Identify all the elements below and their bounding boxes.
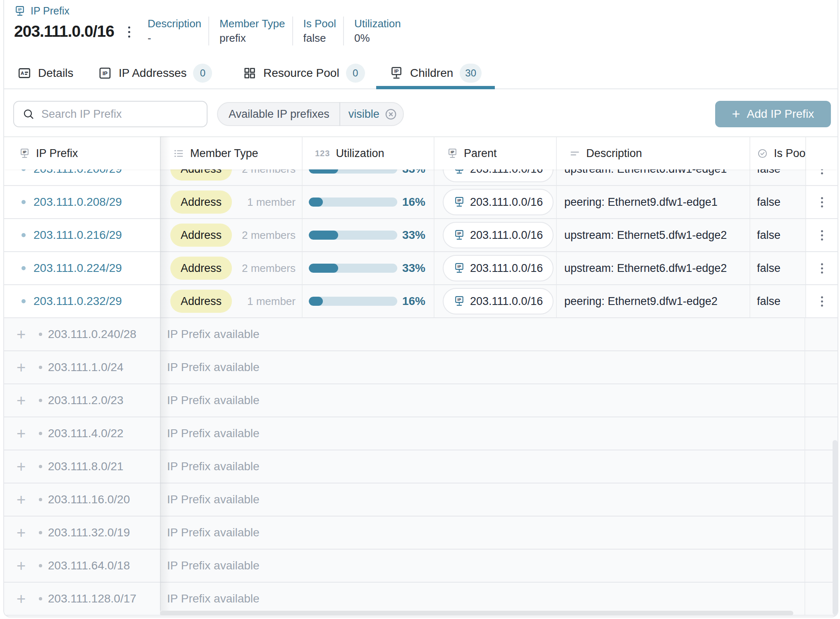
table-row: 203.111.0.216/29Address2 members33%IP203… — [4, 219, 838, 252]
ip-prefix-icon: IP — [389, 66, 403, 80]
expand-plus-icon[interactable]: + — [14, 326, 28, 342]
row-actions-button[interactable] — [805, 252, 838, 284]
tab-children[interactable]: IPChildren30 — [376, 60, 495, 89]
cell-parent: IP203.111.0.0/16 — [434, 186, 556, 218]
row-actions-button[interactable] — [805, 186, 838, 218]
ip-prefix-link[interactable]: 203.111.0.224/29 — [33, 262, 122, 275]
utilization-bar-fill — [309, 264, 338, 273]
available-label: IP Prefix available — [160, 483, 804, 516]
breadcrumb[interactable]: IP IP Prefix — [14, 5, 69, 17]
ip-address-icon: IP — [98, 66, 112, 80]
cell-ip-prefix: +203.111.1.0/24 — [4, 351, 160, 383]
cell-ip-prefix: +203.111.64.0/18 — [4, 550, 160, 582]
cell-actions-empty — [804, 351, 838, 383]
horizontal-scrollbar[interactable] — [160, 611, 793, 616]
parent-pill[interactable]: IP203.111.0.0/16 — [443, 255, 554, 281]
table-row: 203.111.0.224/29Address2 members33%IP203… — [4, 252, 838, 285]
tab-resource-pool[interactable]: Resource Pool0 — [229, 60, 378, 86]
column-header-member-type[interactable]: Member Type — [160, 137, 302, 169]
parent-prefix: 203.111.0.0/16 — [470, 229, 543, 242]
column-header-utilization[interactable]: 123Utilization — [302, 137, 434, 169]
available-prefix: 203.111.2.0/23 — [48, 394, 124, 407]
available-label: IP Prefix available — [160, 384, 804, 417]
cell-utilization: 33% — [302, 219, 434, 251]
member-type-badge: Address — [170, 257, 232, 280]
status-dot — [39, 531, 42, 534]
ip-prefix-icon: IP — [453, 196, 465, 208]
utilization-bar-fill — [309, 297, 323, 306]
parent-prefix: 203.111.0.0/16 — [470, 295, 543, 308]
svg-text:IP: IP — [458, 298, 461, 302]
available-row: +203.111.4.0/22IP Prefix available — [4, 417, 838, 450]
status-dot — [39, 432, 42, 435]
resource-pool-icon — [243, 66, 257, 80]
available-row: +203.111.0.240/28IP Prefix available — [4, 318, 838, 351]
svg-text:IP: IP — [458, 264, 461, 269]
available-prefix: 203.111.16.0/20 — [48, 493, 130, 506]
header-field-is-pool: Is Poolfalse — [292, 17, 344, 45]
cell-member-type: Address1 member — [160, 186, 302, 218]
field-label: Member Type — [220, 17, 285, 31]
field-value: 0% — [354, 31, 401, 45]
cell-description: peering: Ethernet9.dfw1-edge2 — [556, 285, 749, 317]
utilization-bar — [309, 264, 397, 273]
cell-description: upstream: Ethernet6.dfw1-edge2 — [556, 252, 749, 284]
row-actions-button[interactable] — [805, 219, 838, 251]
ip-prefix-link[interactable]: 203.111.0.216/29 — [33, 229, 122, 242]
kebab-menu-icon — [821, 230, 823, 240]
main-panel: IP IP Prefix 203.111.0.0/16 Description-… — [3, 0, 838, 617]
add-ip-prefix-button[interactable]: + Add IP Prefix — [715, 101, 831, 127]
tab-count-badge: 0 — [346, 64, 365, 83]
tab-details[interactable]: ADetails — [4, 60, 87, 86]
available-label: IP Prefix available — [160, 318, 804, 350]
parent-pill[interactable]: IP203.111.0.0/16 — [443, 288, 554, 314]
expand-plus-icon[interactable]: + — [14, 492, 28, 507]
expand-plus-icon[interactable]: + — [14, 359, 28, 375]
filter-remove-icon[interactable] — [384, 108, 397, 121]
row-actions-button[interactable] — [805, 285, 838, 317]
parent-prefix: 203.111.0.0/16 — [470, 196, 543, 209]
filter-chip[interactable]: Available IP prefixes visible — [217, 102, 404, 126]
utilization-bar — [309, 198, 397, 207]
breadcrumb-label: IP Prefix — [31, 5, 69, 17]
member-type-badge: Address — [170, 190, 232, 214]
page-title: 203.111.0.0/16 — [14, 22, 114, 40]
available-row: +203.111.32.0/19IP Prefix available — [4, 517, 838, 550]
ip-prefix-icon: IP — [453, 262, 465, 274]
status-dot — [39, 564, 42, 567]
column-header-ip-prefix[interactable]: IPIP Prefix — [4, 137, 160, 169]
tab-ip-addresses[interactable]: IPIP Addresses0 — [85, 60, 225, 86]
parent-pill[interactable]: IP203.111.0.0/16 — [443, 222, 554, 248]
expand-plus-icon[interactable]: + — [14, 558, 28, 574]
available-row: +203.111.8.0/21IP Prefix available — [4, 450, 838, 483]
column-header-description[interactable]: Description — [556, 137, 749, 169]
kebab-menu-icon — [821, 296, 823, 307]
text-lines-icon — [569, 148, 580, 159]
cell-is-pool: false — [749, 219, 805, 251]
expand-plus-icon[interactable]: + — [14, 591, 28, 607]
cell-ip-prefix: 203.111.0.216/29 — [4, 219, 160, 251]
parent-pill[interactable]: IP203.111.0.0/16 — [443, 189, 554, 215]
ip-prefix-link[interactable]: 203.111.0.208/29 — [33, 195, 122, 209]
expand-plus-icon[interactable]: + — [14, 393, 28, 408]
ip-prefix-link[interactable]: 203.111.0.232/29 — [33, 295, 122, 308]
header-field-utilization: Utilization0% — [343, 17, 408, 45]
plus-icon: + — [732, 107, 740, 121]
expand-plus-icon[interactable]: + — [14, 525, 28, 540]
svg-text:IP: IP — [18, 7, 22, 12]
search-input[interactable] — [41, 108, 198, 121]
cell-is-pool: false — [749, 285, 805, 317]
title-menu-button[interactable] — [128, 26, 130, 38]
available-prefix: 203.111.1.0/24 — [48, 361, 124, 374]
status-dot — [39, 465, 42, 468]
member-type-badge: Address — [170, 224, 232, 247]
cell-ip-prefix: +203.111.32.0/19 — [4, 517, 160, 549]
available-prefix: 203.111.32.0/19 — [48, 526, 130, 539]
column-header-is-pool[interactable]: Is Pool — [749, 137, 805, 169]
expand-plus-icon[interactable]: + — [14, 459, 28, 474]
vertical-scrollbar[interactable] — [833, 440, 838, 615]
header-field-description: Description- — [148, 17, 208, 45]
column-header-parent[interactable]: IPParent — [434, 137, 556, 169]
expand-plus-icon[interactable]: + — [14, 426, 28, 441]
utilization-bar-fill — [309, 231, 338, 240]
